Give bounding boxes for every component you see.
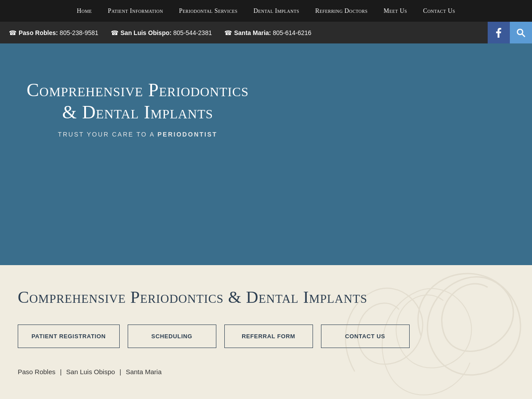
nav-meet-us[interactable]: Meet Us xyxy=(376,8,415,15)
nav-patient-information[interactable]: Patient Information xyxy=(100,8,171,15)
location-slo[interactable]: San Luis Obispo xyxy=(66,368,115,376)
hero-title: Comprehensive Periodontics & Dental Impl… xyxy=(27,79,249,124)
location-separator-1: | xyxy=(60,368,63,376)
footer-locations: Paso Robles | San Luis Obispo | Santa Ma… xyxy=(18,364,514,376)
cta-buttons: PATIENT REGISTRATION SCHEDULING REFERRAL… xyxy=(18,325,514,348)
hero-subtitle: trust your care to a periodontist xyxy=(27,131,249,138)
footer-title: Comprehensive Periodontics & Dental Impl… xyxy=(18,287,514,307)
social-icons xyxy=(488,22,532,43)
nav-referring-doctors[interactable]: Referring Doctors xyxy=(307,8,376,15)
phone-label-3: Santa Maria: 805-614-6216 xyxy=(234,29,311,36)
nav-dental-implants[interactable]: Dental Implants xyxy=(246,8,307,15)
patient-registration-button[interactable]: PATIENT REGISTRATION xyxy=(18,325,120,348)
contact-us-button[interactable]: CONTACT US xyxy=(321,325,410,348)
location-santa-maria[interactable]: Santa Maria xyxy=(126,368,162,376)
search-icon[interactable] xyxy=(510,22,532,43)
facebook-icon[interactable] xyxy=(488,22,510,43)
scheduling-button[interactable]: SCHEDULING xyxy=(128,325,216,348)
referral-form-button[interactable]: REFERRAL FORM xyxy=(224,325,313,348)
location-separator-2: | xyxy=(120,368,123,376)
phone-label-1: Paso Robles: 805-238-9581 xyxy=(19,29,98,36)
contact-bar: ☎ Paso Robles: 805-238-9581 ☎ San Luis O… xyxy=(0,22,532,43)
hero-section: Comprehensive Periodontics & Dental Impl… xyxy=(0,43,532,265)
nav-contact-us[interactable]: Contact Us xyxy=(415,8,463,15)
phone-slo: ☎ San Luis Obispo: 805-544-2381 xyxy=(111,29,212,36)
phone-paso-robles: ☎ Paso Robles: 805-238-9581 xyxy=(9,29,98,36)
footer-section: Comprehensive Periodontics & Dental Impl… xyxy=(0,265,532,399)
location-paso-robles[interactable]: Paso Robles xyxy=(18,368,55,376)
hero-content: Comprehensive Periodontics & Dental Impl… xyxy=(27,79,249,138)
phone-icon-2: ☎ xyxy=(111,29,118,36)
phone-santa-maria: ☎ Santa Maria: 805-614-6216 xyxy=(224,29,311,36)
phone-list: ☎ Paso Robles: 805-238-9581 ☎ San Luis O… xyxy=(9,29,324,36)
phone-icon-3: ☎ xyxy=(224,29,232,36)
nav-home[interactable]: Home xyxy=(69,8,100,15)
nav-periodontal-services[interactable]: Periodontal Services xyxy=(171,8,246,15)
svg-point-0 xyxy=(517,29,523,35)
svg-line-1 xyxy=(522,34,525,37)
phone-icon-1: ☎ xyxy=(9,29,16,36)
phone-label-2: San Luis Obispo: 805-544-2381 xyxy=(121,29,212,36)
main-nav: Home Patient Information Periodontal Ser… xyxy=(0,0,532,22)
